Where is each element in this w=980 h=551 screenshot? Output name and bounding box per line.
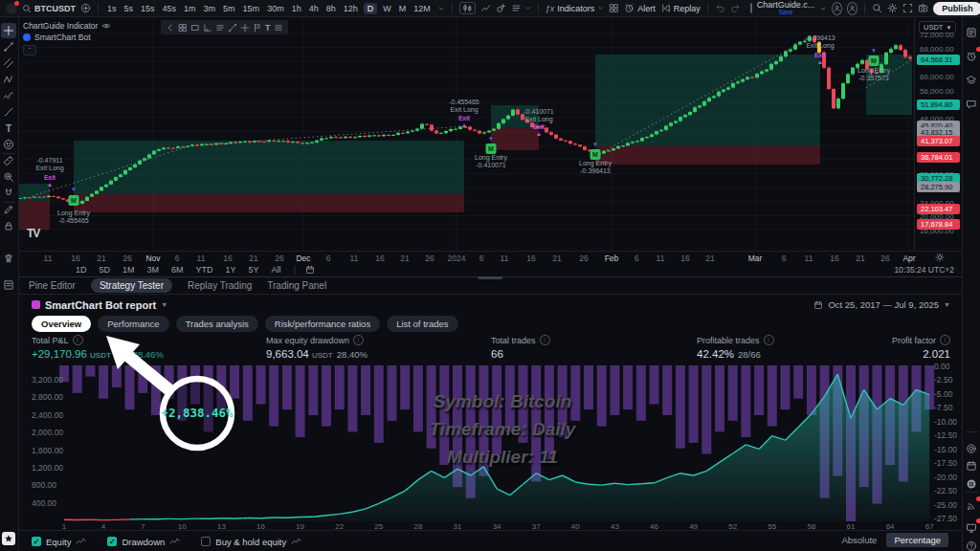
interval-dropdown-icon[interactable] [437,5,445,12]
panel-tab-strategy-tester[interactable]: Strategy Tester [91,278,172,293]
range-1Y-button[interactable]: 1Y [226,265,236,275]
info-icon[interactable]: i [73,335,83,345]
checkbox-drawdown[interactable]: ✓ [107,537,117,546]
indicator-legend-label[interactable]: ChartGuide Indicator [23,21,98,31]
interval-12M[interactable]: 12M [412,3,433,14]
tool-drawing-mode[interactable] [1,202,16,217]
range-All-button[interactable]: All [272,265,281,275]
panel-tab-pine-editor[interactable]: Pine Editor [29,280,76,291]
interval-5s[interactable]: 5s [122,3,136,14]
panel-tab-trading-panel[interactable]: Trading Panel [267,280,326,291]
float-tool-crosshair-icon[interactable] [240,23,250,33]
calendar-icon[interactable] [964,458,979,474]
scale-percentage-button[interactable]: Percentage [886,533,948,547]
object-tree-icon[interactable] [1,277,16,293]
time-axis[interactable]: 611162126Nov611162126Dec6111621262024611… [18,251,962,264]
interval-5m[interactable]: 5m [221,3,237,14]
interval-W[interactable]: W [381,3,393,14]
info-icon[interactable]: i [940,335,950,345]
time-axis-gear-icon[interactable] [935,253,945,262]
alert-button[interactable]: Alert [624,3,656,13]
chevron-down-icon[interactable] [819,5,827,12]
range-1M-button[interactable]: 1M [122,265,135,275]
price-axis[interactable]: USDT▼72,000.0068,000.0060,000.0056,000.0… [914,17,963,251]
snapshot-camera-icon[interactable] [918,3,928,13]
interval-M[interactable]: M [397,3,409,14]
legend-collapse-button[interactable]: ˇ [23,45,36,55]
range-5Y-button[interactable]: 5Y [249,265,259,275]
info-icon[interactable]: i [764,335,774,345]
tool-xabcd-pattern[interactable] [1,72,16,87]
interval-8h[interactable]: 8h [324,3,338,14]
redo-icon[interactable] [730,3,741,13]
interval-45s[interactable]: 45s [161,3,179,14]
target-icon[interactable] [964,441,979,456]
tool-crosshair[interactable] [1,23,16,38]
strategy-legend-label[interactable]: SmartChart Bot [34,33,91,42]
indicators-button[interactable]: ƒx Indicators [546,4,605,13]
compare-icon[interactable] [496,3,506,13]
interval-4h[interactable]: 4h [307,3,321,14]
chevron-down-icon[interactable]: ▼ [161,301,167,308]
date-range-picker[interactable]: Oct 25, 2017 — Jul 9, 2025 ▼ [813,296,950,314]
go-to-date-icon[interactable] [305,265,315,275]
tool-ruler[interactable] [1,153,16,168]
tool-text-tool[interactable]: T [1,121,16,136]
favorites-star-button[interactable] [2,532,15,545]
tradingview-logo[interactable]: TV [27,227,39,240]
eye-icon[interactable] [101,21,111,31]
interval-D[interactable]: D [364,3,378,14]
alerts-icon[interactable] [964,49,979,64]
layers-icon[interactable] [964,73,979,88]
checkbox-buy-hold-equity[interactable] [201,537,211,546]
replay-button[interactable]: Replay [660,3,701,13]
info-icon[interactable]: i [353,335,364,345]
templates-button[interactable] [511,3,531,13]
interval-15m[interactable]: 15m [241,3,262,14]
range-5D-button[interactable]: 5D [100,265,111,275]
float-tool-templates-icon[interactable] [215,23,225,33]
float-tool-menu-icon[interactable] [274,23,283,33]
interval-3m[interactable]: 3m [202,3,218,14]
account-menu-avatar[interactable] [6,3,17,14]
float-tool-trend-line-icon[interactable] [228,23,237,33]
interval-15s[interactable]: 15s [139,3,157,14]
interval-12h[interactable]: 12h [342,3,360,14]
tool-hide-all[interactable] [1,234,16,250]
float-tool-angle-icon[interactable] [203,23,212,33]
layout-menu[interactable]: ChartGuide.c... Save [757,2,815,15]
info-icon[interactable]: i [540,335,550,345]
help-icon[interactable] [964,539,979,551]
tool-trend-line[interactable] [1,39,16,55]
interval-1h[interactable]: 1h [290,3,303,14]
multichart-checkbox-icon[interactable] [750,3,752,13]
report-tab-performance[interactable]: Performance [98,316,168,332]
watchlist-icon[interactable] [964,25,979,40]
interval-1s[interactable]: 1s [105,3,119,14]
report-tab-trades-analysis[interactable]: Trades analysis [176,316,258,332]
interval-30m[interactable]: 30m [265,3,286,14]
user-icon-2[interactable] [847,2,858,15]
settings-gear-icon[interactable] [887,3,898,13]
tool-magnet[interactable] [1,186,16,201]
quick-search-icon[interactable] [872,3,882,13]
chat-icon[interactable] [964,97,979,112]
range-YTD-button[interactable]: YTD [196,265,213,275]
report-tab-risk-performance-ratios[interactable]: Risk/performance ratios [265,316,380,332]
tool-lock-all[interactable] [1,218,16,233]
tool-remove-all[interactable] [1,251,16,266]
publish-button[interactable]: Publish [933,2,980,15]
undo-icon[interactable] [715,3,725,13]
report-tab-overview[interactable]: Overview [32,316,91,332]
app-grid-icon[interactable] [964,476,979,492]
tool-zoom-tool[interactable] [1,169,16,185]
panel-tab-replay-trading[interactable]: Replay Trading [188,280,252,291]
chart-type-button[interactable] [459,2,476,14]
float-tool-text-tool-icon[interactable]: T [265,23,271,33]
float-tool-arrow-left-icon[interactable] [166,23,175,33]
clock-label[interactable]: 10:35:24 UTC+2 [894,265,954,275]
scale-absolute-button[interactable]: Absolute [841,535,877,545]
interval-1m[interactable]: 1m [182,3,198,14]
report-title[interactable]: SmartChart Bot report [45,299,156,311]
price-chart-canvas[interactable]: ChartGuide Indicator SmartChart Bot ˇ T … [18,17,914,251]
